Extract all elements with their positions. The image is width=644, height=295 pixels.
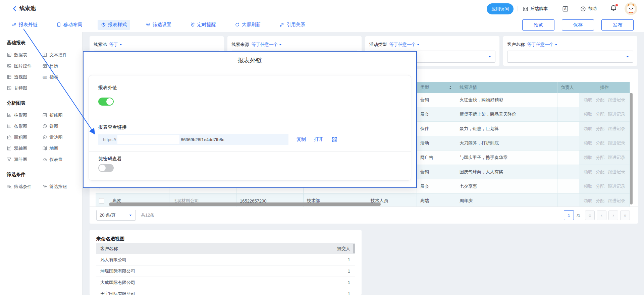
cell-detail: 大刀阔斧，打折到底	[456, 136, 557, 151]
publish-button[interactable]: 发布	[601, 19, 634, 31]
th-type[interactable]: 类型	[417, 82, 456, 93]
followup-link[interactable]: 跟进记录	[608, 140, 625, 146]
widget-item[interactable]: 仪表盘	[42, 154, 78, 165]
widget-item[interactable]: 面积图	[7, 132, 42, 143]
toolbar-item[interactable]: 报表样式	[98, 20, 130, 30]
assign-link[interactable]: 分配	[596, 169, 604, 175]
widget-item[interactable]: 折线图	[42, 110, 78, 121]
filter-value-select[interactable]	[507, 51, 633, 63]
toolbar-item[interactable]: 报表外链	[8, 20, 41, 30]
cell-type: 高端	[417, 194, 456, 206]
assign-link[interactable]: 分配	[596, 111, 604, 117]
toolbar-item-icon	[190, 22, 195, 27]
toolbar-items: 报表外链 移动布局 报表样式 筛选设置	[8, 17, 309, 32]
widget-item-icon	[7, 74, 12, 79]
widget-item[interactable]: 柱形图	[7, 110, 42, 121]
preview-button[interactable]: 预览	[522, 19, 554, 31]
pivot-th-submitter: 提交人	[288, 246, 355, 252]
widget-item-label: 指标	[50, 74, 58, 80]
widget-item[interactable]: 透视图	[7, 71, 42, 82]
page-title: 线索池	[19, 5, 36, 12]
widget-item[interactable]: 饼图	[42, 121, 78, 132]
widget-item[interactable]: 条形图	[7, 121, 42, 132]
filter-operator-dropdown[interactable]: 等于任意一个	[389, 42, 420, 48]
password-view-toggle[interactable]	[98, 164, 114, 172]
password-view-label: 凭密码查看	[98, 156, 122, 162]
claim-link[interactable]: 领取	[584, 169, 592, 175]
claim-link[interactable]: 领取	[584, 140, 592, 146]
filter-operator-dropdown[interactable]: 等于任意一个	[252, 42, 282, 48]
assign-link[interactable]: 分配	[596, 97, 604, 103]
save-button[interactable]: 保存	[562, 19, 594, 31]
sort-icon[interactable]	[448, 85, 452, 90]
toolbar-item[interactable]: 大屏刷新	[231, 20, 264, 30]
report-url-field[interactable]: https:// 86369b28f1e4dd7fb8c	[98, 134, 288, 145]
user-avatar[interactable]	[625, 2, 637, 15]
claim-link[interactable]: 领取	[584, 111, 592, 117]
widget-item-icon	[42, 113, 47, 118]
widget-item-label: 柱形图	[14, 112, 27, 118]
assign-link[interactable]: 分配	[596, 155, 604, 161]
filter-operator-dropdown[interactable]: 等于	[109, 42, 123, 48]
assign-link[interactable]: 分配	[596, 198, 604, 204]
cell-detail: 聚力，钜惠，巨划算	[456, 122, 557, 136]
first-page-button[interactable]: «	[585, 211, 595, 220]
followup-link[interactable]: 跟进记录	[608, 155, 625, 161]
page-size-select[interactable]: 20 条/页	[96, 210, 136, 221]
help-button[interactable]: 帮助	[580, 5, 597, 12]
horizontal-scrollbar[interactable]	[109, 202, 381, 206]
copy-link-button[interactable]: 复制	[297, 136, 306, 142]
assign-link[interactable]: 分配	[596, 140, 604, 146]
last-page-button[interactable]: »	[620, 211, 630, 220]
back-icon[interactable]	[11, 5, 18, 12]
filter-operator-dropdown[interactable]: 等于任意一个	[527, 42, 558, 48]
assign-link[interactable]: 分配	[596, 183, 604, 189]
pivot-cell-customer: 凡人有限公司	[96, 257, 288, 263]
followup-link[interactable]: 跟进记录	[608, 97, 625, 103]
followup-link[interactable]: 跟进记录	[608, 198, 625, 204]
assign-link[interactable]: 分配	[596, 126, 604, 132]
widget-item[interactable]: 甘特图	[7, 82, 42, 94]
followup-link[interactable]: 跟进记录	[608, 111, 625, 117]
toolbar-item[interactable]: 移动布局	[53, 20, 86, 30]
claim-link[interactable]: 领取	[584, 126, 592, 132]
followup-link[interactable]: 跟进记录	[608, 169, 625, 175]
widget-item[interactable]: 文本控件	[42, 49, 78, 60]
vertical-scrollbar[interactable]	[630, 93, 633, 204]
pivot-scrollbar[interactable]	[353, 244, 355, 253]
qr-code-icon[interactable]	[331, 136, 338, 143]
cell-actions: 领取 分配 跟进记录	[579, 194, 630, 206]
toolbar-item[interactable]: 引用关系	[276, 20, 309, 30]
widget-item[interactable]: 筛选按钮	[42, 181, 78, 192]
row-checkbox[interactable]	[99, 198, 104, 203]
followup-link[interactable]: 跟进记录	[608, 183, 625, 189]
notifications-button[interactable]	[610, 4, 618, 12]
external-link-toggle[interactable]	[98, 98, 114, 106]
followup-link[interactable]: 跟进记录	[608, 126, 625, 132]
claim-link[interactable]: 领取	[584, 155, 592, 161]
translate-button[interactable]: A	[562, 5, 569, 12]
widget-item[interactable]: 漏斗图	[7, 154, 42, 165]
current-page-box[interactable]: 1	[564, 210, 574, 220]
widget-item[interactable]: 4,80 指标	[42, 71, 78, 82]
toolbar-item[interactable]: 筛选设置	[142, 20, 175, 30]
widget-section-title: 分析图表	[7, 100, 77, 106]
widget-item[interactable]: 地图	[42, 143, 78, 154]
modal-card: 报表外链 报表查看链接 https:// 86369b28f1e4dd7fb8c…	[89, 75, 411, 181]
claim-link[interactable]: 领取	[584, 97, 592, 103]
claim-link[interactable]: 领取	[584, 183, 592, 189]
toolbar-item[interactable]: 定时提醒	[187, 20, 219, 30]
claim-link[interactable]: 领取	[584, 198, 592, 204]
next-page-button[interactable]: ›	[608, 211, 618, 220]
pivot-cell-count: 1	[288, 280, 355, 285]
app-access-button[interactable]: 应用访问	[487, 3, 514, 14]
widget-item[interactable]: 雷达图	[42, 132, 78, 143]
widget-item[interactable]: 日历	[42, 60, 78, 71]
widget-item[interactable]: 图片控件	[7, 60, 42, 71]
widget-item[interactable]: 筛选条件	[7, 181, 42, 192]
open-link-button[interactable]: 打开	[314, 136, 323, 142]
prev-page-button[interactable]: ‹	[597, 211, 606, 220]
backend-script-button[interactable]: 后端脚本	[523, 5, 548, 12]
widget-item[interactable]: 双轴图	[7, 143, 42, 154]
widget-item[interactable]: 数据表	[7, 49, 42, 60]
